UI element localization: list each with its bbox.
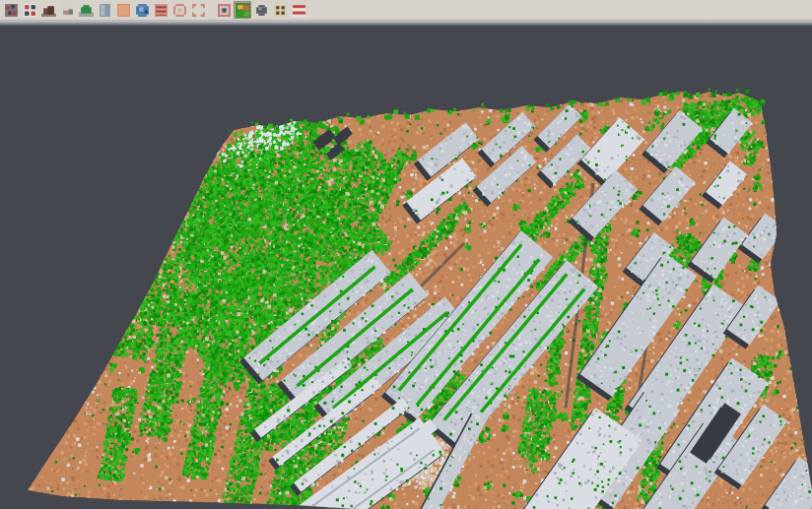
extent-select-icon <box>191 3 206 18</box>
globe-icon <box>135 3 150 18</box>
extent-select-icon[interactable] <box>189 1 207 19</box>
transform-points-icon[interactable] <box>21 1 38 19</box>
toolbar <box>0 0 812 21</box>
profile-icon[interactable] <box>58 1 76 19</box>
clip-box-icon <box>217 3 232 18</box>
orthophoto-icon <box>116 3 131 18</box>
control-points-icon[interactable] <box>271 1 289 19</box>
sphere-view-icon <box>254 3 269 18</box>
circle-select-icon <box>172 3 187 18</box>
mountain-view-icon[interactable] <box>39 1 57 19</box>
flag-stripes-icon[interactable] <box>290 1 307 19</box>
control-points-icon <box>273 3 288 18</box>
mountain-view-icon <box>41 3 56 18</box>
sphere-view-icon[interactable] <box>252 1 270 19</box>
profile-icon <box>60 3 75 18</box>
orthophoto-icon[interactable] <box>114 1 132 19</box>
flag-stripes-icon <box>292 3 306 18</box>
point-cloud-icon[interactable] <box>2 1 20 19</box>
globe-icon[interactable] <box>133 1 151 19</box>
section-view-icon <box>98 3 112 18</box>
application-window <box>0 0 812 509</box>
classification-view-icon[interactable] <box>234 1 251 19</box>
transform-points-icon <box>23 3 37 18</box>
layers-hatch-icon[interactable] <box>152 1 169 19</box>
clip-box-icon[interactable] <box>215 1 233 19</box>
layers-hatch-icon <box>154 3 169 18</box>
circle-select-icon[interactable] <box>170 1 188 19</box>
classification-view-icon <box>236 3 250 18</box>
viewport-3d-point-cloud[interactable] <box>0 26 812 509</box>
terrain-model-icon <box>79 3 94 18</box>
section-view-icon[interactable] <box>96 1 113 19</box>
terrain-model-icon[interactable] <box>77 1 95 19</box>
point-cloud-icon <box>4 3 19 18</box>
